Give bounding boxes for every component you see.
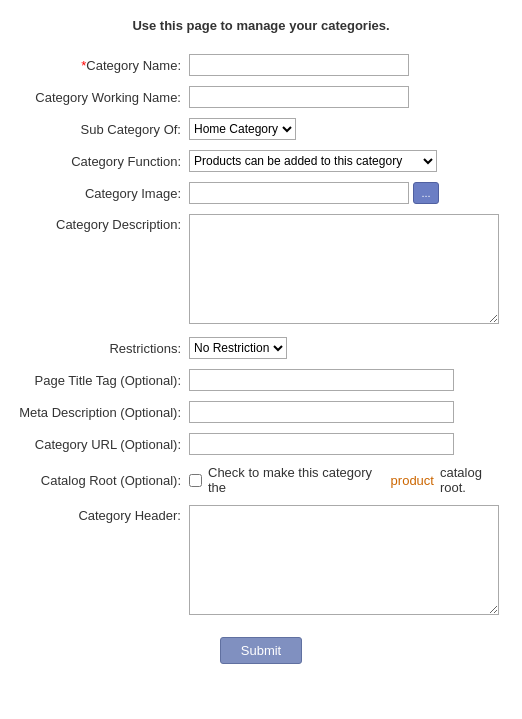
restrictions-row: Restrictions: No Restriction — [10, 332, 512, 364]
category-name-label: *Category Name: — [10, 49, 185, 81]
catalog-root-row: Catalog Root (Optional): Check to make t… — [10, 460, 512, 500]
restrictions-select-row: No Restriction — [189, 337, 508, 359]
category-description-row: Category Description: — [10, 209, 512, 332]
catalog-root-content: Check to make this category the product … — [189, 465, 508, 495]
meta-description-input[interactable] — [189, 401, 454, 423]
category-description-textarea[interactable] — [189, 214, 499, 324]
category-function-select-cell: Products can be added to this category — [185, 145, 512, 177]
category-url-label: Category URL (Optional): — [10, 428, 185, 460]
page-title-tag-label: Page Title Tag (Optional): — [10, 364, 185, 396]
category-header-row: Category Header: — [10, 500, 512, 623]
category-name-input[interactable] — [189, 54, 409, 76]
category-working-name-input-cell — [185, 81, 512, 113]
category-working-name-row: Category Working Name: — [10, 81, 512, 113]
image-input-row: ... — [189, 182, 508, 204]
catalog-root-checkbox[interactable] — [189, 474, 202, 487]
category-name-row: *Category Name: — [10, 49, 512, 81]
restrictions-select[interactable]: No Restriction — [189, 337, 287, 359]
catalog-root-highlight: product — [391, 473, 434, 488]
sub-category-label: Sub Category Of: — [10, 113, 185, 145]
page-title-tag-cell — [185, 364, 512, 396]
restrictions-cell: No Restriction — [185, 332, 512, 364]
category-image-label: Category Image: — [10, 177, 185, 209]
sub-category-select[interactable]: Home Category — [189, 118, 296, 140]
meta-description-cell — [185, 396, 512, 428]
meta-description-row: Meta Description (Optional): — [10, 396, 512, 428]
category-working-name-label: Category Working Name: — [10, 81, 185, 113]
page-container: Use this page to manage your categories.… — [0, 0, 522, 684]
category-working-name-input[interactable] — [189, 86, 409, 108]
catalog-root-text-1: Check to make this category the — [208, 465, 385, 495]
category-url-cell — [185, 428, 512, 460]
sub-category-select-cell: Home Category — [185, 113, 512, 145]
browse-button[interactable]: ... — [413, 182, 439, 204]
page-title: Use this page to manage your categories. — [10, 10, 512, 33]
category-image-row: Category Image: ... — [10, 177, 512, 209]
category-function-select[interactable]: Products can be added to this category — [189, 150, 437, 172]
category-function-label: Category Function: — [10, 145, 185, 177]
page-title-tag-row: Page Title Tag (Optional): — [10, 364, 512, 396]
form-table: *Category Name: Category Working Name: S… — [10, 49, 512, 623]
category-function-row: Category Function: Products can be added… — [10, 145, 512, 177]
catalog-root-cell: Check to make this category the product … — [185, 460, 512, 500]
catalog-root-text-2: catalog root. — [440, 465, 508, 495]
restrictions-label: Restrictions: — [10, 332, 185, 364]
catalog-root-label: Catalog Root (Optional): — [10, 460, 185, 500]
category-url-input[interactable] — [189, 433, 454, 455]
category-name-input-cell — [185, 49, 512, 81]
category-description-cell — [185, 209, 512, 332]
sub-category-row: Sub Category Of: Home Category — [10, 113, 512, 145]
category-description-label: Category Description: — [10, 209, 185, 332]
submit-button[interactable]: Submit — [220, 637, 302, 664]
category-header-label: Category Header: — [10, 500, 185, 623]
submit-row: Submit — [10, 623, 512, 664]
category-header-textarea[interactable] — [189, 505, 499, 615]
category-image-cell: ... — [185, 177, 512, 209]
category-image-input[interactable] — [189, 182, 409, 204]
category-url-row: Category URL (Optional): — [10, 428, 512, 460]
category-header-cell — [185, 500, 512, 623]
page-title-tag-input[interactable] — [189, 369, 454, 391]
meta-description-label: Meta Description (Optional): — [10, 396, 185, 428]
